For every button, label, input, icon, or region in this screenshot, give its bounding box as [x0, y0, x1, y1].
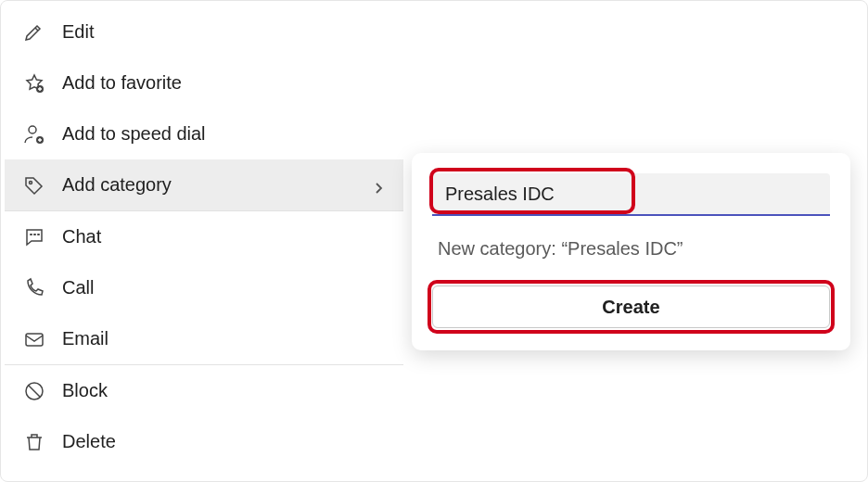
pencil-icon — [21, 19, 47, 45]
create-button[interactable]: Create — [432, 285, 830, 328]
category-input-wrap — [432, 173, 830, 216]
add-category-flyout: New category: “Presales IDC” Create — [412, 153, 850, 350]
create-button-wrap: Create — [432, 285, 830, 328]
context-menu: Edit Add to favorite Add to speed dial A… — [5, 6, 403, 467]
person-plus-icon — [21, 121, 47, 147]
menu-add-category[interactable]: Add category — [5, 159, 403, 210]
chevron-right-icon — [372, 178, 387, 193]
menu-email[interactable]: Email — [5, 313, 403, 364]
category-input[interactable] — [432, 173, 830, 216]
menu-email-label: Email — [62, 328, 387, 349]
block-icon — [21, 378, 47, 404]
tag-icon — [21, 172, 47, 198]
menu-call-label: Call — [62, 277, 387, 298]
menu-chat-label: Chat — [62, 226, 387, 247]
menu-edit[interactable]: Edit — [5, 6, 403, 57]
menu-speed-dial[interactable]: Add to speed dial — [5, 108, 403, 159]
menu-delete-label: Delete — [62, 431, 387, 452]
menu-call[interactable]: Call — [5, 262, 403, 313]
menu-speed-dial-label: Add to speed dial — [62, 123, 387, 145]
chat-icon — [21, 224, 47, 250]
trash-icon — [21, 429, 47, 455]
star-plus-icon — [21, 70, 47, 96]
new-category-text: New category: “Presales IDC” — [432, 238, 830, 260]
menu-favorite-label: Add to favorite — [62, 72, 387, 94]
menu-add-category-label: Add category — [62, 174, 372, 196]
menu-edit-label: Edit — [62, 21, 387, 43]
menu-favorite[interactable]: Add to favorite — [5, 57, 403, 108]
menu-delete[interactable]: Delete — [5, 416, 403, 467]
menu-block-label: Block — [62, 380, 387, 401]
mail-icon — [21, 326, 47, 352]
svg-rect-4 — [26, 334, 43, 346]
menu-chat[interactable]: Chat — [5, 211, 403, 262]
svg-point-3 — [30, 181, 32, 184]
svg-point-1 — [29, 126, 36, 133]
phone-icon — [21, 275, 47, 301]
menu-block[interactable]: Block — [5, 365, 403, 416]
